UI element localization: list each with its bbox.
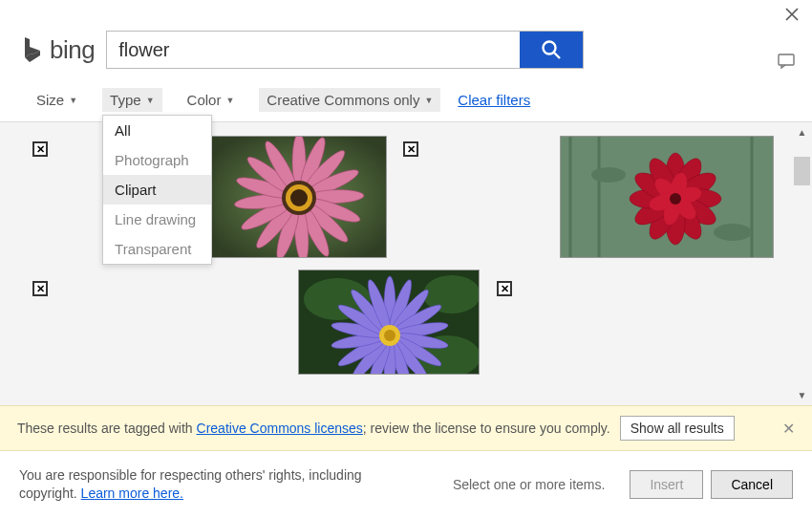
scroll-up-icon[interactable]: ▲: [794, 124, 810, 140]
svg-rect-0: [779, 54, 794, 65]
chevron-down-icon: ▼: [146, 96, 155, 105]
chevron-down-icon: ▼: [69, 96, 77, 105]
type-option-transparent[interactable]: Transparent: [103, 234, 211, 264]
result-item[interactable]: ✕: [32, 140, 48, 157]
result-item[interactable]: ✕: [497, 279, 512, 296]
cancel-button[interactable]: Cancel: [711, 470, 793, 499]
filter-type-dropdown: All Photograph Clipart Line drawing Tran…: [102, 115, 212, 265]
result-item[interactable]: [210, 136, 387, 258]
feedback-icon[interactable]: [778, 55, 795, 72]
result-item[interactable]: [560, 136, 774, 258]
chevron-down-icon: ▼: [424, 96, 433, 105]
svg-point-1: [544, 42, 556, 54]
svg-point-48: [670, 193, 681, 205]
scroll-down-icon[interactable]: ▼: [794, 387, 810, 403]
license-notice: These results are tagged with Creative C…: [0, 405, 812, 451]
type-option-line-drawing[interactable]: Line drawing: [103, 205, 211, 234]
search-box: [106, 31, 584, 69]
bing-logo-text: bing: [50, 35, 95, 65]
close-notice-icon[interactable]: ✕: [782, 420, 795, 438]
result-image[interactable]: [298, 270, 480, 375]
result-item[interactable]: ✕: [403, 140, 418, 157]
result-checkbox[interactable]: ✕: [32, 281, 48, 296]
filter-size-label: Size: [36, 92, 64, 108]
search-input[interactable]: [107, 32, 520, 68]
filter-size[interactable]: Size ▼: [29, 88, 85, 112]
svg-point-29: [714, 224, 752, 241]
bing-logo: bing: [21, 35, 95, 65]
selection-status: Select one or more items.: [453, 477, 606, 492]
filter-type-label: Type: [110, 92, 141, 108]
result-item[interactable]: [298, 270, 480, 375]
svg-line-2: [554, 53, 560, 58]
result-checkbox[interactable]: ✕: [497, 281, 512, 296]
filter-license-label: Creative Commons only: [267, 92, 419, 108]
result-item[interactable]: ✕: [32, 279, 48, 296]
type-option-photograph[interactable]: Photograph: [103, 145, 211, 175]
filter-color-label: Color: [187, 92, 222, 108]
search-icon: [541, 39, 562, 60]
bing-image-search-dialog: bing Size ▼ Type ▼ All Photograph Clipar…: [0, 0, 812, 518]
result-checkbox[interactable]: ✕: [32, 141, 48, 157]
close-icon[interactable]: [785, 8, 799, 25]
notice-text-suffix: ; review the license to ensure you compl…: [363, 421, 610, 436]
result-image[interactable]: [560, 136, 774, 258]
svg-point-72: [384, 330, 395, 341]
clear-filters-link[interactable]: Clear filters: [458, 92, 530, 108]
search-button[interactable]: [520, 32, 583, 68]
svg-point-23: [290, 189, 308, 206]
scrollbar[interactable]: ▲ ▼: [794, 124, 810, 403]
cc-license-link[interactable]: Creative Commons licenses: [197, 421, 363, 436]
insert-button[interactable]: Insert: [630, 470, 703, 499]
svg-point-28: [591, 167, 626, 183]
filter-type[interactable]: Type ▼ All Photograph Clipart Line drawi…: [102, 88, 161, 112]
filter-bar: Size ▼ Type ▼ All Photograph Clipart Lin…: [0, 75, 812, 121]
result-checkbox[interactable]: ✕: [403, 141, 418, 157]
disclaimer: You are responsible for respecting other…: [19, 466, 373, 503]
result-image[interactable]: [210, 136, 387, 258]
show-all-results-button[interactable]: Show all results: [620, 416, 735, 441]
filter-color[interactable]: Color ▼: [180, 88, 243, 112]
footer: You are responsible for respecting other…: [0, 451, 812, 518]
bing-logo-icon: [21, 35, 44, 64]
scroll-thumb[interactable]: [794, 157, 810, 185]
filter-license[interactable]: Creative Commons only ▼: [259, 88, 440, 112]
learn-more-link[interactable]: Learn more here.: [81, 486, 183, 501]
disclaimer-text: You are responsible for respecting other…: [19, 467, 362, 501]
type-option-clipart[interactable]: Clipart: [103, 175, 211, 205]
header: bing: [0, 0, 812, 75]
notice-text-prefix: These results are tagged with: [17, 421, 197, 436]
type-option-all[interactable]: All: [103, 116, 211, 145]
chevron-down-icon: ▼: [225, 96, 234, 105]
